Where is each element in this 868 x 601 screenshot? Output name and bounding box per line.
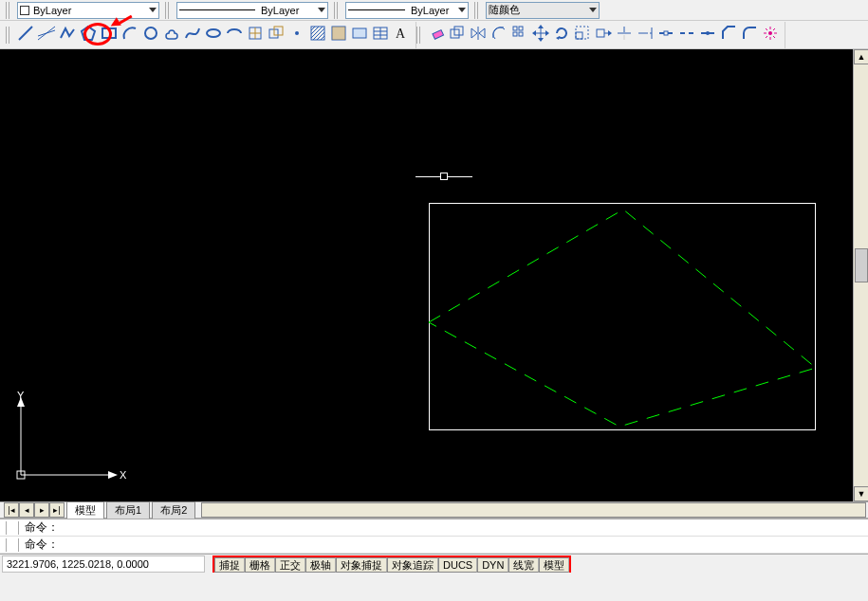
drawing-viewport[interactable]: Y X ▲ ▼ — [0, 49, 868, 501]
coordinate-readout[interactable]: 3221.9706, 1225.0218, 0.0000 — [2, 555, 205, 573]
svg-rect-13 — [332, 27, 345, 40]
status-toggle-1[interactable]: 栅格 — [245, 557, 275, 573]
status-toggle-2[interactable]: 正交 — [275, 557, 305, 573]
polyline-button[interactable] — [57, 25, 78, 46]
svg-marker-27 — [538, 38, 544, 42]
move-button[interactable] — [530, 25, 551, 46]
svg-marker-34 — [608, 30, 612, 36]
horizontal-scrollbar[interactable] — [201, 502, 866, 518]
polygon-button[interactable] — [78, 25, 99, 46]
status-toggle-7[interactable]: DYN — [477, 557, 508, 573]
hatch-button[interactable] — [307, 25, 328, 46]
color-swatch-icon — [20, 6, 29, 15]
scale-button[interactable] — [572, 25, 593, 46]
make-block-button[interactable] — [266, 25, 286, 46]
toolbar-grip[interactable] — [6, 27, 9, 44]
insert-block-button[interactable] — [245, 25, 266, 46]
svg-rect-17 — [433, 30, 444, 40]
toolbar-grip[interactable] — [6, 2, 9, 19]
xline-button[interactable] — [36, 25, 57, 46]
tab-nav: |◂ ◂ ▸ ▸| — [4, 502, 65, 518]
circle-button[interactable] — [140, 25, 161, 46]
tab-layout1[interactable]: 布局1 — [106, 501, 150, 519]
region-button[interactable] — [349, 25, 370, 46]
chevron-down-icon — [318, 8, 325, 12]
erase-button[interactable] — [426, 25, 447, 46]
scrollbar-thumb[interactable] — [855, 248, 868, 282]
arc-button[interactable] — [120, 25, 140, 46]
hatch-icon — [309, 25, 326, 45]
svg-marker-28 — [532, 30, 536, 36]
polyline-icon — [59, 25, 76, 45]
layout-tabs-row: |◂ ◂ ▸ ▸| 模型 布局1 布局2 — [0, 501, 868, 519]
command-grip[interactable] — [6, 538, 19, 552]
join-button[interactable] — [697, 25, 718, 46]
command-input-line[interactable]: 命令： — [0, 537, 868, 554]
plotstyle-combo[interactable]: 随颜色 — [486, 2, 600, 19]
status-toggle-3[interactable]: 极轴 — [305, 557, 336, 573]
spline-button[interactable] — [182, 25, 203, 46]
mtext-button[interactable]: A — [391, 25, 412, 46]
table-button[interactable] — [370, 25, 391, 46]
join-icon — [699, 25, 716, 45]
chevron-down-icon — [458, 8, 466, 12]
status-toggle-5[interactable]: 对象追踪 — [387, 557, 438, 573]
status-toggle-6[interactable]: DUCS — [438, 557, 477, 573]
rectangle-button[interactable] — [99, 25, 120, 46]
scroll-up-icon[interactable]: ▲ — [854, 49, 868, 64]
svg-text:A: A — [396, 27, 406, 41]
svg-rect-24 — [513, 32, 517, 36]
vertical-scrollbar[interactable]: ▲ ▼ — [853, 49, 868, 501]
fillet-button[interactable] — [739, 25, 760, 46]
circle-icon — [142, 25, 159, 45]
command-grip[interactable] — [6, 521, 19, 535]
scroll-down-icon[interactable]: ▼ — [854, 486, 868, 501]
trim-button[interactable] — [614, 25, 635, 46]
toolbar-grip[interactable] — [334, 2, 338, 19]
svg-line-0 — [19, 27, 32, 40]
ucs-x-label: X — [120, 469, 127, 481]
tab-nav-last-button[interactable]: ▸| — [49, 502, 65, 518]
explode-button[interactable] — [760, 25, 781, 46]
tab-model[interactable]: 模型 — [66, 501, 104, 519]
tab-nav-next-button[interactable]: ▸ — [34, 502, 49, 518]
ellipse-arc-button[interactable] — [224, 25, 245, 46]
break-at-point-button[interactable] — [656, 25, 676, 46]
point-button[interactable] — [286, 25, 307, 46]
offset-button[interactable] — [489, 25, 509, 46]
toolbar-grip[interactable] — [165, 2, 169, 19]
insert-block-icon — [247, 25, 264, 45]
svg-rect-35 — [664, 31, 668, 35]
svg-rect-22 — [513, 27, 517, 30]
toolbar-grip[interactable] — [474, 2, 478, 19]
status-toggle-9[interactable]: 模型 — [539, 557, 569, 573]
svg-rect-33 — [597, 29, 604, 37]
status-toggle-8[interactable]: 线宽 — [508, 557, 539, 573]
chamfer-button[interactable] — [718, 25, 739, 46]
toolbar-grip[interactable] — [416, 27, 420, 44]
status-toggle-4[interactable]: 对象捕捉 — [336, 557, 387, 573]
line-button[interactable] — [15, 25, 36, 46]
mirror-button[interactable] — [468, 25, 489, 46]
status-toggle-0[interactable]: 捕捉 — [214, 557, 245, 573]
lineweight-combo[interactable]: ByLayer — [345, 2, 469, 19]
gradient-button[interactable] — [328, 25, 349, 46]
chevron-down-icon — [589, 8, 597, 12]
extend-button[interactable] — [635, 25, 656, 46]
tab-nav-first-button[interactable]: |◂ — [4, 502, 19, 518]
color-combo[interactable]: ByLayer — [17, 2, 159, 19]
tab-nav-prev-button[interactable]: ◂ — [19, 502, 34, 518]
tab-layout2[interactable]: 布局2 — [152, 501, 195, 519]
break-button[interactable] — [676, 25, 697, 46]
svg-marker-20 — [471, 28, 477, 38]
stretch-button[interactable] — [593, 25, 614, 46]
svg-marker-3 — [82, 27, 95, 40]
ellipse-button[interactable] — [203, 25, 224, 46]
svg-point-10 — [295, 31, 299, 35]
linetype-combo[interactable]: ByLayer — [176, 2, 328, 19]
revcloud-button[interactable] — [161, 25, 182, 46]
rotate-button[interactable] — [551, 25, 572, 46]
copy-button[interactable] — [447, 25, 468, 46]
svg-marker-30 — [556, 36, 560, 40]
array-button[interactable] — [509, 25, 530, 46]
